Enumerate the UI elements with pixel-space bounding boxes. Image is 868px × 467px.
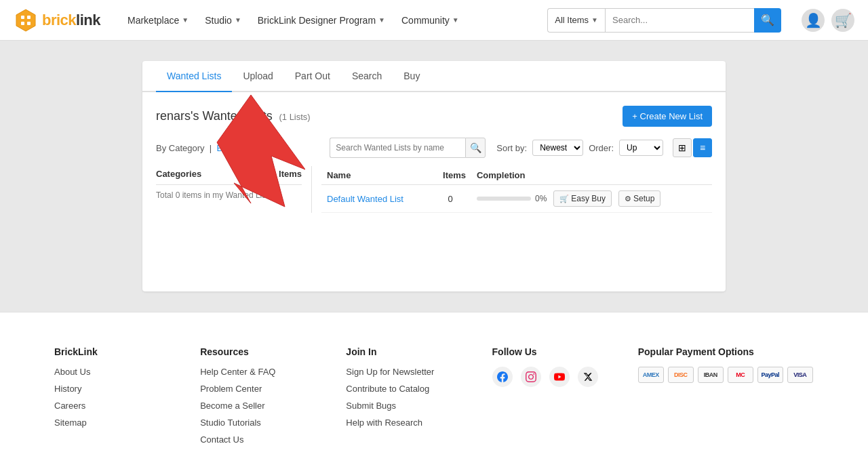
logo[interactable]: bricklink: [14, 8, 100, 33]
search-list-area: 🔍: [330, 138, 486, 158]
col-items: Items: [429, 166, 471, 185]
search-list-button[interactable]: 🔍: [465, 138, 486, 158]
grid-view-button[interactable]: ⊞: [673, 138, 692, 157]
instagram-icon[interactable]: [521, 367, 541, 387]
discover-icon: DISC: [668, 367, 694, 383]
footer-link-tutorials[interactable]: Studio Tutorials: [200, 418, 261, 428]
footer-link-contact[interactable]: Contact Us: [200, 434, 243, 445]
list-view-button[interactable]: ≡: [693, 138, 712, 157]
search-area: All Items ▼ 🔍: [547, 8, 781, 33]
search-icon: 🔍: [761, 14, 774, 26]
footer-link-help[interactable]: Help Center & FAQ: [200, 367, 275, 377]
footer-link-sitemap[interactable]: Sitemap: [54, 418, 87, 428]
list-header: renars's Wanted Lists (1 Lists) + Create…: [156, 106, 712, 127]
footer-link-catalog[interactable]: Contribute to Catalog: [346, 384, 429, 394]
gear-small-icon: ⚙: [625, 195, 631, 203]
view-icons: ⊞ ≡: [673, 138, 712, 157]
easy-buy-button[interactable]: 🛒 Easy Buy: [553, 190, 612, 207]
tab-search[interactable]: Search: [341, 61, 393, 92]
completion-pct: 0%: [535, 194, 547, 203]
footer-link-history[interactable]: History: [54, 384, 81, 394]
amex-icon: AMEX: [638, 367, 664, 383]
col-completion: Completion: [471, 166, 712, 185]
user-avatar[interactable]: 👤: [802, 9, 825, 32]
svg-rect-2: [27, 16, 31, 19]
logo-icon: [14, 8, 38, 33]
x-twitter-icon[interactable]: [578, 367, 598, 387]
header-icons: 👤 🛒: [802, 9, 854, 32]
search-button[interactable]: 🔍: [754, 8, 781, 33]
community-chevron-icon: ▼: [452, 16, 459, 24]
footer: BrickLink About Us History Careers Sitem…: [0, 312, 868, 467]
tab-upload[interactable]: Upload: [232, 61, 283, 92]
cart-icon[interactable]: 🛒: [831, 9, 854, 32]
right-panel: Name Items Completion Default Wanted Lis…: [312, 166, 712, 213]
tab-buy[interactable]: Buy: [393, 61, 431, 92]
main-nav: Marketplace ▼ Studio ▼ BrickLink Designe…: [121, 9, 534, 31]
paypal-icon: PayPal: [757, 367, 783, 383]
sort-row: Sort by: Newest Oldest Name Order: Up Do…: [496, 138, 712, 157]
search-wanted-list-input[interactable]: [330, 138, 465, 158]
designer-chevron-icon: ▼: [378, 16, 385, 24]
visa-icon: VISA: [787, 367, 813, 383]
footer-link-problem[interactable]: Problem Center: [200, 384, 262, 394]
facebook-icon[interactable]: [492, 367, 513, 387]
footer-link-about[interactable]: About Us: [54, 367, 90, 377]
footer-link-newsletter[interactable]: Sign Up for Newsletter: [346, 367, 434, 377]
footer-grid: BrickLink About Us History Careers Sitem…: [54, 346, 814, 451]
svg-rect-1: [21, 16, 24, 19]
content-card: Wanted Lists Upload Part Out Search Buy …: [142, 61, 726, 291]
tab-wanted-lists[interactable]: Wanted Lists: [156, 61, 232, 92]
footer-link-research[interactable]: Help with Research: [346, 418, 422, 428]
social-icons: [492, 367, 618, 387]
sort-by-select[interactable]: Newest Oldest Name: [532, 140, 583, 156]
footer-link-bugs[interactable]: Submit Bugs: [346, 401, 396, 411]
total-items-label: Total 0 items in my Wanted Lists: [156, 190, 302, 200]
left-panel-header: Categories Items: [156, 166, 302, 185]
footer-col2-heading: Resources: [200, 346, 326, 357]
category-filter: By Category | By Color: [156, 143, 250, 153]
order-select[interactable]: Up Down: [619, 140, 663, 156]
footer-col-follow: Follow Us: [492, 346, 618, 451]
footer-col-payments: Popular Payment Options AMEX DISC IBAN M…: [638, 346, 814, 451]
header: bricklink Marketplace ▼ Studio ▼ BrickLi…: [0, 0, 868, 41]
wanted-lists-table: Name Items Completion Default Wanted Lis…: [321, 166, 712, 213]
setup-button[interactable]: ⚙ Setup: [618, 190, 660, 207]
create-new-list-button[interactable]: + Create New List: [623, 106, 712, 127]
tab-part-out[interactable]: Part Out: [284, 61, 341, 92]
nav-marketplace[interactable]: Marketplace ▼: [121, 9, 195, 31]
bar-track: [477, 197, 531, 201]
by-color-link[interactable]: By Color: [216, 143, 250, 153]
mastercard-icon: MC: [728, 367, 753, 383]
search-category-chevron-icon: ▼: [591, 16, 598, 24]
footer-link-careers[interactable]: Careers: [54, 401, 85, 411]
iban-icon: IBAN: [698, 367, 724, 383]
svg-rect-3: [21, 22, 24, 25]
footer-link-seller[interactable]: Become a Seller: [200, 401, 264, 411]
payment-icons: AMEX DISC IBAN MC PayPal VISA: [638, 367, 814, 383]
cart-small-icon: 🛒: [559, 195, 569, 203]
footer-col-bricklink: BrickLink About Us History Careers Sitem…: [54, 346, 180, 451]
page-title: renars's Wanted Lists (1 Lists): [156, 109, 311, 123]
svg-rect-4: [27, 22, 31, 25]
filters-row: By Category | By Color 🔍 Sort by:: [156, 138, 712, 158]
search-category-selector[interactable]: All Items ▼: [547, 8, 605, 33]
nav-studio[interactable]: Studio ▼: [198, 9, 248, 31]
footer-col3-heading: Join In: [346, 346, 471, 357]
col-name: Name: [321, 166, 429, 185]
two-panel: Categories Items Total 0 items in my Wan…: [156, 166, 712, 213]
left-panel: Categories Items Total 0 items in my Wan…: [156, 166, 312, 213]
footer-col4-heading: Follow Us: [492, 346, 618, 357]
footer-col-join: Join In Sign Up for Newsletter Contribut…: [346, 346, 471, 451]
svg-marker-0: [16, 9, 35, 31]
marketplace-chevron-icon: ▼: [182, 16, 189, 24]
nav-community[interactable]: Community ▼: [395, 9, 466, 31]
search-input[interactable]: [605, 8, 754, 33]
content-body: renars's Wanted Lists (1 Lists) + Create…: [142, 92, 726, 226]
nav-designer-program[interactable]: BrickLink Designer Program ▼: [251, 9, 392, 31]
wanted-list-name-link[interactable]: Default Wanted List: [327, 194, 403, 204]
studio-chevron-icon: ▼: [235, 16, 241, 24]
youtube-icon[interactable]: [549, 367, 570, 387]
main-content: Wanted Lists Upload Part Out Search Buy …: [0, 41, 868, 312]
footer-col1-heading: BrickLink: [54, 346, 180, 357]
